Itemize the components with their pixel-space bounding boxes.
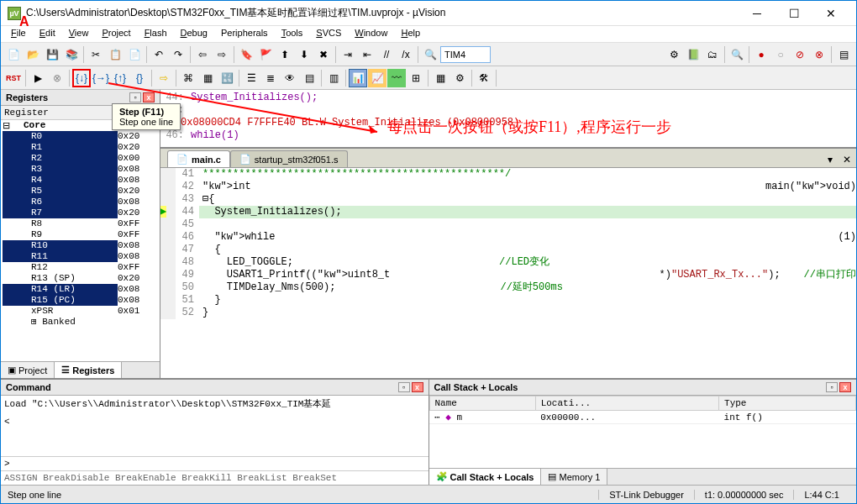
- editor-line[interactable]: 48 LED_TOGGLE;//LED变化: [160, 256, 856, 269]
- tab-close-icon[interactable]: ✕: [838, 152, 856, 167]
- debug-icon[interactable]: 🔍: [728, 45, 746, 64]
- saveall-icon[interactable]: 📚: [62, 45, 81, 64]
- register-row[interactable]: R30x08: [1, 164, 160, 175]
- maximize-button[interactable]: ☐: [776, 2, 812, 25]
- save-icon[interactable]: 💾: [43, 45, 61, 64]
- register-row[interactable]: R100x08: [1, 240, 160, 251]
- menu-help[interactable]: Help: [394, 26, 427, 42]
- coverage-icon[interactable]: ▦: [431, 69, 450, 87]
- perf-icon[interactable]: ⊞: [407, 69, 425, 87]
- undo-icon[interactable]: ↶: [150, 45, 168, 64]
- sys-icon[interactable]: ⚙: [450, 69, 469, 87]
- pane-pin-icon[interactable]: ▫: [398, 382, 410, 392]
- editor-line[interactable]: ▶44 System_Initializes();: [160, 206, 856, 218]
- callstack-table[interactable]: NameLocati...Type ⋯ ◆ m 0x00000... int f…: [429, 396, 857, 424]
- menu-flash[interactable]: Flash: [138, 26, 174, 42]
- window-layout-icon[interactable]: ▤: [834, 45, 853, 64]
- close-button[interactable]: ✕: [812, 2, 849, 25]
- tab-callstack[interactable]: 🧩 Call Stack + Locals: [429, 469, 542, 485]
- menu-tools[interactable]: Tools: [275, 26, 310, 42]
- pane-close-icon[interactable]: x: [412, 382, 423, 392]
- comment-icon[interactable]: //: [377, 45, 396, 64]
- run-to-cursor-icon[interactable]: {}: [130, 69, 149, 87]
- target-combo[interactable]: TIM4: [440, 46, 491, 63]
- tab-registers[interactable]: ☰ Registers: [55, 362, 122, 378]
- editor-line[interactable]: 50 TIMDelay_Nms(500);//延时500ms: [160, 281, 856, 294]
- tab-memory[interactable]: ▤ Memory 1: [541, 469, 607, 485]
- step-out-icon[interactable]: {↑}: [111, 69, 129, 87]
- clear-bm-icon[interactable]: ✖: [314, 45, 333, 64]
- paste-icon[interactable]: 📄: [125, 45, 144, 64]
- copy-icon[interactable]: 📋: [106, 45, 124, 64]
- source-editor[interactable]: 41**************************************…: [160, 168, 856, 378]
- command-input[interactable]: >: [1, 456, 428, 470]
- show-next-icon[interactable]: ⇨: [155, 69, 173, 87]
- menu-project[interactable]: Project: [95, 26, 137, 42]
- register-row[interactable]: R120xFF: [1, 262, 160, 273]
- menu-view[interactable]: View: [62, 26, 96, 42]
- manage-icon[interactable]: 🗂: [703, 45, 722, 64]
- registers-icon[interactable]: ☰: [242, 69, 260, 87]
- menu-window[interactable]: Window: [348, 26, 394, 42]
- stop-icon[interactable]: ⊗: [48, 69, 66, 87]
- menu-svcs[interactable]: SVCS: [309, 26, 348, 42]
- register-row[interactable]: R90xFF: [1, 229, 160, 240]
- memory-icon[interactable]: ▤: [300, 69, 318, 87]
- register-row[interactable]: R14 (LR)0x08: [1, 284, 160, 295]
- register-row[interactable]: R50x20: [1, 186, 160, 197]
- menu-edit[interactable]: Edit: [33, 26, 62, 42]
- prev-bm-icon[interactable]: ⬆: [276, 45, 294, 64]
- register-row[interactable]: R60x08: [1, 197, 160, 207]
- trace-icon[interactable]: 📈: [368, 69, 386, 87]
- new-icon[interactable]: 📄: [4, 45, 23, 64]
- step-over-icon[interactable]: {→}: [92, 69, 110, 87]
- next-bm-icon[interactable]: ⬇: [295, 45, 313, 64]
- register-list[interactable]: CoreR00x20R10x20R20x00R30x08R40x08R50x20…: [1, 120, 160, 361]
- callstack-row[interactable]: ⋯ ◆ m 0x00000... int f(): [429, 411, 856, 424]
- la-icon[interactable]: 〰: [387, 69, 406, 87]
- indent-icon[interactable]: ⇥: [339, 45, 357, 64]
- register-row[interactable]: R80xFF: [1, 218, 160, 229]
- menu-peripherals[interactable]: Peripherals: [214, 26, 275, 42]
- register-row[interactable]: R10x20: [1, 142, 160, 153]
- register-row[interactable]: ⊞ Banked: [1, 317, 160, 328]
- register-row[interactable]: R15 (PC)0x08: [1, 295, 160, 306]
- editor-line[interactable]: 51 }: [160, 294, 856, 307]
- symbols-icon[interactable]: 🔣: [218, 69, 236, 87]
- register-row[interactable]: R20x00: [1, 153, 160, 164]
- editor-line[interactable]: 43⊟{: [160, 193, 856, 206]
- tab-dropdown-icon[interactable]: ▾: [823, 152, 838, 167]
- register-row[interactable]: R00x20: [1, 131, 160, 142]
- pane-close-icon[interactable]: x: [143, 92, 155, 102]
- serial-icon[interactable]: ▥: [324, 69, 343, 87]
- run-icon[interactable]: ▶: [29, 69, 47, 87]
- tab-startup-s[interactable]: 📄 startup_stm32f051.s: [230, 150, 348, 167]
- pane-close-icon[interactable]: x: [839, 382, 851, 392]
- bp-insert-icon[interactable]: ●: [752, 45, 770, 64]
- pane-pin-icon[interactable]: ▫: [129, 92, 141, 102]
- cut-icon[interactable]: ✂: [87, 45, 105, 64]
- register-row[interactable]: R40x08: [1, 175, 160, 186]
- outdent-icon[interactable]: ⇤: [358, 45, 376, 64]
- editor-line[interactable]: 45: [160, 218, 856, 231]
- nav-fwd-icon[interactable]: ⇨: [213, 45, 231, 64]
- step-into-icon[interactable]: {↓}: [72, 69, 91, 87]
- register-row[interactable]: xPSR0x01: [1, 306, 160, 317]
- config-icon[interactable]: ⚙: [665, 45, 683, 64]
- redo-icon[interactable]: ↷: [169, 45, 187, 64]
- editor-line[interactable]: 49 USART1_Printf(("kw">uint8_t*)"USART_R…: [160, 269, 856, 281]
- flag-icon[interactable]: 🚩: [256, 45, 275, 64]
- editor-line[interactable]: 52}: [160, 307, 856, 319]
- command-output[interactable]: Load "C:\\Users\\Administrator\\Desktop\…: [1, 396, 428, 456]
- tab-main-c[interactable]: 📄 main.c: [167, 150, 230, 167]
- cmd-window-icon[interactable]: ⌘: [179, 69, 197, 87]
- menu-debug[interactable]: Debug: [174, 26, 214, 42]
- toolbox-icon[interactable]: 🛠: [475, 69, 493, 87]
- find-icon[interactable]: 🔍: [421, 45, 439, 64]
- editor-line[interactable]: 47 {: [160, 244, 856, 256]
- tab-project[interactable]: ▣ Project: [1, 362, 55, 378]
- editor-line[interactable]: 46 "kw">while(1): [160, 231, 856, 244]
- minimize-button[interactable]: ─: [739, 2, 776, 25]
- bp-killall-icon[interactable]: ⊗: [810, 45, 828, 64]
- editor-line[interactable]: 42"kw">int main("kw">void): [160, 181, 856, 193]
